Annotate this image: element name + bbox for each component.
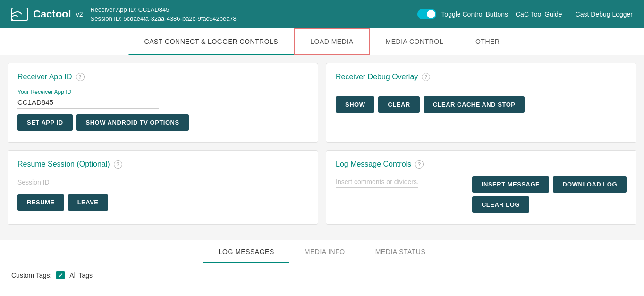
tab-other[interactable]: OTHER <box>459 28 516 55</box>
receiver-app-input-wrapper: Your Receiver App ID <box>17 89 159 109</box>
comment-input[interactable] <box>336 176 418 188</box>
clear-debug-button[interactable]: CLEAR <box>378 96 419 113</box>
main-content: Receiver App ID ? Your Receiver App ID S… <box>0 55 644 240</box>
tab-load-media[interactable]: LOAD MEDIA <box>294 28 369 55</box>
receiver-debug-btn-group: SHOW CLEAR CLEAR CACHE AND STOP <box>336 96 627 113</box>
resume-session-btn-group: RESUME LEAVE <box>17 194 308 211</box>
cac-tool-guide-link[interactable]: CaC Tool Guide <box>516 10 562 18</box>
clear-cache-stop-button[interactable]: CLEAR CACHE AND STOP <box>424 96 525 113</box>
receiver-app-id-input[interactable] <box>17 96 159 109</box>
panels-row-bottom: Resume Session (Optional) ? RESUME LEAVE… <box>8 150 636 225</box>
session-id-display: Session ID: 5cdae4fa-32aa-4386-ba2c-9fac… <box>90 14 410 24</box>
resume-session-panel: Resume Session (Optional) ? RESUME LEAVE <box>8 150 318 225</box>
receiver-app-panel: Receiver App ID ? Your Receiver App ID S… <box>8 63 318 143</box>
bottom-tab-media-info[interactable]: MEDIA INFO <box>289 240 360 263</box>
header-info: Receiver App ID: CC1AD845 Session ID: 5c… <box>90 5 410 24</box>
tab-media-control[interactable]: MEDIA CONTROL <box>370 28 459 55</box>
resume-session-help-icon[interactable]: ? <box>114 160 122 169</box>
session-id-input-wrapper <box>17 176 159 188</box>
receiver-debug-panel: Receiver Debug Overlay ? SHOW CLEAR CLEA… <box>326 63 636 143</box>
custom-tags-row: Custom Tags: All Tags <box>11 271 633 279</box>
custom-tags-label: Custom Tags: <box>11 271 51 279</box>
leave-button[interactable]: LEAVE <box>68 194 108 211</box>
comment-input-wrapper <box>336 176 465 188</box>
receiver-app-btn-group: SET APP ID SHOW ANDROID TV OPTIONS <box>17 114 308 131</box>
panels-row-top: Receiver App ID ? Your Receiver App ID S… <box>8 63 636 143</box>
toggle-area: Toggle Control Buttons <box>417 9 508 19</box>
main-tab-nav: CAST CONNECT & LOGGER CONTROLS LOAD MEDI… <box>0 28 644 55</box>
bottom-tab-media-status[interactable]: MEDIA STATUS <box>360 240 441 263</box>
receiver-debug-title: Receiver Debug Overlay ? <box>336 73 627 81</box>
log-message-panel: Log Message Controls ? INSERT MESSAGE DO… <box>326 150 636 225</box>
bottom-section: LOG MESSAGES MEDIA INFO MEDIA STATUS Cus… <box>0 240 644 287</box>
insert-message-button[interactable]: INSERT MESSAGE <box>472 176 549 193</box>
toggle-label: Toggle Control Buttons <box>441 10 508 18</box>
tab-cast-connect[interactable]: CAST CONNECT & LOGGER CONTROLS <box>128 28 295 55</box>
cast-debug-logger-link[interactable]: Cast Debug Logger <box>576 10 633 18</box>
receiver-app-id-display: Receiver App ID: CC1AD845 <box>90 5 410 15</box>
bottom-tab-nav: LOG MESSAGES MEDIA INFO MEDIA STATUS <box>0 240 644 263</box>
clear-log-button[interactable]: CLEAR LOG <box>472 196 529 213</box>
log-message-title: Log Message Controls ? <box>336 160 627 169</box>
download-log-button[interactable]: DOWNLOAD LOG <box>553 176 627 193</box>
app-version: v2 <box>76 10 83 18</box>
app-header: Cactool v2 Receiver App ID: CC1AD845 Ses… <box>0 0 644 28</box>
show-debug-button[interactable]: SHOW <box>336 96 374 113</box>
receiver-app-title: Receiver App ID ? <box>17 73 308 81</box>
app-name: Cactool <box>33 8 71 20</box>
app-logo: Cactool v2 <box>11 8 83 21</box>
log-btn-row-1: INSERT MESSAGE DOWNLOAD LOG <box>472 176 627 193</box>
show-android-tv-button[interactable]: SHOW ANDROID TV OPTIONS <box>76 114 189 131</box>
all-tags-label: All Tags <box>69 271 93 279</box>
log-message-help-icon[interactable]: ? <box>415 160 424 169</box>
resume-button[interactable]: RESUME <box>17 194 64 211</box>
log-btn-row-2: CLEAR LOG <box>472 196 529 213</box>
receiver-app-help-icon[interactable]: ? <box>76 73 85 81</box>
receiver-debug-help-icon[interactable]: ? <box>422 73 430 81</box>
bottom-tab-log-messages[interactable]: LOG MESSAGES <box>203 240 289 263</box>
svg-point-1 <box>11 19 13 21</box>
resume-session-title: Resume Session (Optional) ? <box>17 160 308 169</box>
svg-rect-0 <box>12 8 28 20</box>
all-tags-checkbox[interactable] <box>56 271 65 279</box>
set-app-id-button[interactable]: SET APP ID <box>17 114 73 131</box>
cast-icon <box>11 8 28 21</box>
toggle-control-buttons[interactable] <box>417 9 436 19</box>
log-btn-group: INSERT MESSAGE DOWNLOAD LOG CLEAR LOG <box>472 176 627 213</box>
bottom-content: Custom Tags: All Tags <box>0 263 644 287</box>
session-id-input[interactable] <box>17 176 159 188</box>
header-links: CaC Tool Guide Cast Debug Logger <box>516 10 633 18</box>
receiver-app-input-label: Your Receiver App ID <box>17 89 159 95</box>
